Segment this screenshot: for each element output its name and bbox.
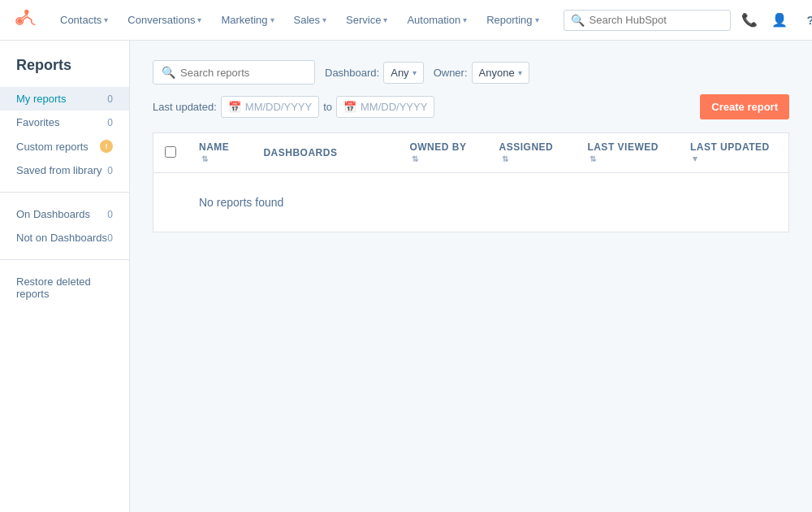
owner-filter-value: Anyone	[479, 67, 515, 79]
date-separator: to	[323, 101, 332, 113]
sort-icon: ⇅	[590, 154, 597, 163]
dashboard-filter-value: Any	[391, 67, 408, 79]
chevron-down-icon: ▾	[535, 15, 539, 24]
chevron-down-icon: ▾	[518, 68, 522, 77]
chevron-down-icon: ▾	[270, 15, 274, 24]
sidebar-divider	[0, 192, 129, 193]
date-from-input[interactable]: 📅 MM/DD/YYYY	[221, 96, 319, 118]
sidebar-item-favorites[interactable]: Favorites 0	[0, 111, 129, 134]
empty-state-message: No reports found	[188, 173, 789, 232]
sidebar-item-label: Custom reports	[16, 141, 89, 153]
nav-reporting[interactable]: Reporting ▾	[478, 9, 546, 31]
chevron-down-icon: ▾	[322, 15, 326, 24]
search-reports-input[interactable]	[180, 67, 306, 79]
filters-bar: 🔍 Dashboard: Any ▾ Owner: Anyone ▾ Last …	[153, 60, 789, 119]
sidebar-divider-2	[0, 259, 129, 260]
dashboard-filter-group: Dashboard: Any ▾	[325, 62, 424, 84]
sidebar-item-count: 0	[107, 232, 113, 244]
nav-conversations[interactable]: Conversations ▾	[119, 9, 209, 31]
sidebar-item-count: 0	[107, 209, 113, 220]
dashboard-filter-select[interactable]: Any ▾	[383, 62, 423, 84]
content-area: 🔍 Dashboard: Any ▾ Owner: Anyone ▾ Last …	[130, 41, 812, 512]
th-owned-by[interactable]: OWNED BY ⇅	[398, 133, 487, 173]
chevron-down-icon: ▾	[104, 15, 108, 24]
svg-point-1	[25, 10, 28, 13]
phone-icon[interactable]: 📞	[737, 7, 762, 33]
sidebar-item-count: 0	[107, 165, 113, 176]
sort-icon: ⇅	[412, 154, 419, 163]
chevron-down-icon: ▾	[383, 15, 387, 24]
sidebar-item-on-dashboards[interactable]: On Dashboards 0	[0, 202, 129, 226]
svg-point-0	[17, 19, 22, 24]
sidebar-item-label: Favorites	[16, 116, 59, 128]
nav-right: 🔍 📞 👤 ? ⚙ 🔔 Upgrade IS Inspired Spac ▾	[564, 5, 812, 36]
calendar-icon: 📅	[343, 101, 356, 113]
sidebar-item-not-on-dashboards[interactable]: Not on Dashboards 0	[0, 226, 129, 249]
main-layout: Reports My reports 0 Favorites 0 Custom …	[0, 41, 812, 512]
search-icon: 🔍	[162, 66, 175, 79]
nav-service[interactable]: Service ▾	[338, 9, 395, 31]
th-last-updated[interactable]: LAST UPDATED	[679, 133, 789, 173]
th-name[interactable]: NAME ⇅	[188, 133, 252, 173]
hubspot-logo[interactable]	[13, 7, 36, 33]
global-search[interactable]: 🔍	[564, 10, 731, 31]
sidebar-title: Reports	[0, 57, 129, 87]
chevron-down-icon: ▾	[412, 68, 417, 77]
date-from-placeholder: MM/DD/YYYY	[245, 101, 312, 113]
sort-icon: ⇅	[201, 154, 209, 163]
chevron-down-icon: ▾	[197, 15, 201, 24]
th-last-viewed[interactable]: LAST VIEWED ⇅	[576, 133, 679, 173]
chevron-down-icon: ▾	[463, 15, 467, 24]
sidebar-item-label: On Dashboards	[16, 208, 90, 220]
search-reports[interactable]: 🔍	[153, 60, 315, 85]
sidebar-item-count: 0	[107, 117, 113, 128]
last-updated-label: Last updated:	[153, 101, 217, 113]
nav-sales[interactable]: Sales ▾	[286, 9, 335, 31]
select-all-header	[153, 133, 188, 173]
contacts-icon[interactable]: 👤	[767, 7, 792, 33]
sidebar-item-count: 0	[107, 93, 113, 105]
dashboard-filter-label: Dashboard:	[325, 67, 379, 79]
sort-active-icon	[693, 154, 698, 163]
date-to-input[interactable]: 📅 MM/DD/YYYY	[336, 96, 434, 118]
nav-automation[interactable]: Automation ▾	[399, 9, 475, 31]
sidebar-item-saved-from-library[interactable]: Saved from library 0	[0, 158, 129, 182]
sidebar-item-label: Not on Dashboards	[16, 232, 107, 244]
sort-icon: ⇅	[502, 154, 509, 163]
sidebar-item-custom-reports[interactable]: Custom reports !	[0, 134, 129, 158]
top-nav: Contacts ▾ Conversations ▾ Marketing ▾ S…	[0, 0, 812, 41]
create-report-button[interactable]: Create report	[700, 94, 789, 119]
owner-filter-group: Owner: Anyone ▾	[434, 62, 529, 84]
warning-icon: !	[100, 140, 113, 153]
th-dashboards: DASHBOARDS	[252, 133, 398, 173]
owner-filter-label: Owner:	[434, 67, 468, 79]
sidebar: Reports My reports 0 Favorites 0 Custom …	[0, 41, 130, 512]
reports-table: NAME ⇅ DASHBOARDS OWNED BY ⇅ ASSIGNED ⇅	[153, 132, 789, 232]
th-assigned[interactable]: ASSIGNED ⇅	[488, 133, 577, 173]
date-to-placeholder: MM/DD/YYYY	[361, 101, 427, 113]
nav-marketing[interactable]: Marketing ▾	[213, 9, 282, 31]
empty-state-row: No reports found	[153, 173, 789, 232]
help-icon[interactable]: ?	[798, 7, 812, 33]
nav-contacts[interactable]: Contacts ▾	[52, 9, 116, 31]
global-search-input[interactable]	[590, 14, 723, 26]
nav-links: Contacts ▾ Conversations ▾ Marketing ▾ S…	[52, 9, 547, 31]
sidebar-item-restore-deleted[interactable]: Restore deleted reports	[0, 270, 129, 306]
owner-filter-select[interactable]: Anyone ▾	[472, 62, 529, 84]
sidebar-item-my-reports[interactable]: My reports 0	[0, 87, 129, 111]
search-icon: 🔍	[571, 14, 585, 27]
calendar-icon: 📅	[228, 101, 241, 113]
select-all-checkbox[interactable]	[165, 146, 176, 158]
last-updated-filter-group: Last updated: 📅 MM/DD/YYYY to 📅 MM/DD/YY…	[153, 96, 434, 118]
sidebar-item-label: Saved from library	[16, 164, 102, 176]
sidebar-item-label: My reports	[16, 93, 66, 105]
